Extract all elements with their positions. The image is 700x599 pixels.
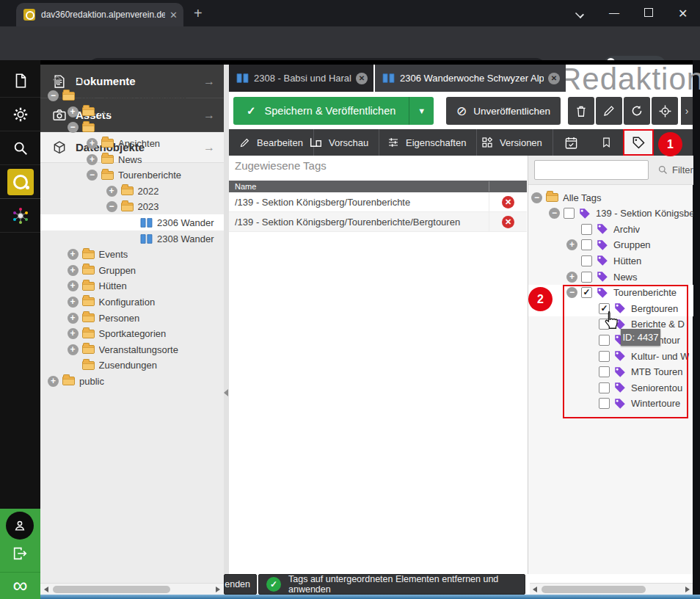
window-close-button[interactable]: ✕ — [678, 7, 688, 21]
rename-button[interactable] — [596, 97, 622, 125]
properties-button[interactable]: Eigenschaften — [377, 129, 477, 156]
save-publish-button[interactable]: ✓ Speichern & Veröffentlichen ▼ — [233, 97, 434, 125]
minus-expander-icon[interactable]: − — [68, 122, 79, 133]
document-tab-2308[interactable]: 2308 - Babsi und Harald ✕ — [229, 65, 373, 92]
tree-item-konfiguration[interactable]: +Konfiguration — [40, 294, 224, 310]
pimcore-infinity-logo[interactable]: ∞ — [0, 573, 40, 598]
tree-item-ansichten[interactable]: +Ansichten — [40, 135, 224, 151]
plus-expander-icon[interactable]: + — [87, 138, 98, 149]
tree-item-personen[interactable]: +Personen — [40, 310, 224, 326]
document-tab-2306[interactable]: 2306 Wanderwoche Schwyzer Alpen ✕ — [375, 65, 566, 92]
new-tab-button[interactable]: + — [194, 6, 203, 21]
dav360-logo-button[interactable] — [0, 166, 40, 199]
plus-expander-icon[interactable]: + — [68, 313, 79, 324]
tagtree-horizontal-scrollbar[interactable] — [530, 583, 693, 595]
tree-item-news[interactable]: +News — [40, 151, 224, 167]
scrollbar-thumb[interactable] — [53, 586, 170, 593]
tree-item-2308-wander[interactable]: 2308 Wander — [40, 230, 224, 247]
tree-item-artikel[interactable]: −Artikel — [40, 120, 224, 136]
logout-button[interactable] — [12, 545, 28, 564]
minus-expander-icon[interactable]: − — [87, 170, 98, 181]
scroll-right-arrow[interactable] — [685, 587, 690, 592]
tree-item-2022[interactable]: +2022 — [40, 183, 224, 199]
tag-tree-item-archiv[interactable]: Archiv — [528, 221, 693, 237]
tree-item-hütten[interactable]: +Hütten — [40, 278, 224, 294]
scroll-left-arrow[interactable] — [44, 587, 48, 592]
grid-column-header[interactable]: Name — [229, 181, 527, 192]
plus-expander-icon[interactable]: + — [68, 328, 79, 339]
checkbox-unchecked[interactable] — [564, 208, 575, 219]
scroll-left-arrow[interactable] — [533, 587, 537, 592]
plus-expander-icon[interactable]: + — [68, 280, 79, 291]
bookmark-button[interactable] — [590, 129, 622, 156]
tree-item-events[interactable]: +Events — [40, 247, 224, 263]
plus-expander-icon[interactable]: + — [68, 106, 79, 117]
plus-expander-icon[interactable]: + — [68, 265, 79, 276]
tree-item-2306-wander[interactable]: 2306 Wander — [40, 214, 224, 230]
tree-item-139-sektion-königsberg[interactable]: −139 - Sektion Königsberg — [40, 88, 224, 104]
tag-tree-item-139-sektion-königsbe[interactable]: −139 - Sektion Königsbe — [528, 206, 693, 222]
user-avatar[interactable] — [6, 512, 34, 540]
apply-tags-button-clipped[interactable]: enden — [224, 574, 257, 595]
plus-expander-icon[interactable]: + — [68, 249, 79, 260]
tag-tree-item-gruppen[interactable]: +Gruppen — [528, 237, 693, 253]
tree-item-public[interactable]: +public — [40, 373, 224, 389]
network-rail-button[interactable] — [0, 200, 40, 233]
checkbox-unchecked[interactable] — [581, 255, 592, 266]
tree-item-gruppen[interactable]: +Gruppen — [40, 262, 224, 278]
close-tab-icon[interactable]: ✕ — [356, 73, 368, 84]
tree-item-anfragen[interactable]: +Anfragen — [40, 104, 224, 120]
scroll-right-arrow[interactable] — [216, 587, 220, 592]
schedule-button[interactable] — [555, 129, 587, 156]
minus-expander-icon[interactable]: − — [48, 90, 59, 101]
checkbox-unchecked[interactable] — [581, 272, 592, 283]
locate-in-tree-button[interactable] — [652, 97, 678, 125]
tag-tree-item-news[interactable]: +News — [528, 269, 693, 285]
minus-expander-icon[interactable]: − — [531, 192, 542, 203]
close-tab-icon[interactable]: ✕ — [548, 73, 560, 84]
window-maximize-button[interactable] — [644, 8, 653, 17]
tree-item-start[interactable]: Start — [40, 72, 224, 88]
delete-button[interactable] — [568, 97, 594, 125]
plus-expander-icon[interactable]: + — [48, 376, 59, 387]
save-dropdown-arrow[interactable]: ▼ — [409, 97, 434, 125]
plus-expander-icon[interactable]: + — [68, 344, 79, 355]
unpublish-button[interactable]: ⊘ Unveröffentlichen — [446, 97, 561, 125]
collapse-panel-icon[interactable] — [224, 389, 228, 396]
plus-expander-icon[interactable]: + — [566, 239, 577, 250]
remove-tag-icon[interactable]: ✕ — [502, 196, 514, 208]
tab-search-chevron-icon[interactable] — [575, 9, 584, 18]
tag-filter-button[interactable]: Filter — [657, 160, 693, 180]
checkbox-unchecked[interactable] — [581, 239, 592, 250]
minus-expander-icon[interactable]: − — [106, 201, 117, 212]
remove-apply-tags-button[interactable]: ✓ Tags auf untergeordneten Elementen ent… — [258, 574, 525, 595]
tag-filter-input[interactable] — [534, 160, 649, 180]
assigned-tag-row[interactable]: /139 - Sektion Königsberg/Tourenberichte… — [229, 192, 527, 212]
plus-expander-icon[interactable]: + — [106, 186, 117, 197]
tree-item-veranstaltungsorte[interactable]: +Veranstaltungsorte — [40, 341, 224, 357]
remove-tag-icon[interactable]: ✕ — [502, 216, 514, 228]
tree-item-2023[interactable]: −2023 — [40, 199, 224, 215]
panel-splitter[interactable] — [224, 65, 229, 595]
tree-item-tourenberichte[interactable]: −Tourenberichte — [40, 167, 224, 184]
plus-expander-icon[interactable]: + — [566, 272, 577, 283]
plus-expander-icon[interactable]: + — [68, 297, 79, 308]
preview-button[interactable]: Vorschau — [299, 129, 379, 156]
checkbox-unchecked[interactable] — [581, 224, 592, 235]
versions-button[interactable]: Versionen — [471, 129, 553, 156]
assigned-tag-row[interactable]: /139 - Sektion Königsberg/Tourenberichte… — [229, 212, 527, 232]
browser-tab[interactable]: dav360redaktion.alpenverein.de ✕ — [16, 3, 183, 26]
tab-close-icon[interactable]: ✕ — [169, 10, 178, 21]
scrollbar-thumb[interactable] — [542, 586, 646, 593]
window-minimize-button[interactable]: — — [609, 7, 619, 18]
tag-tree-item-alle-tags[interactable]: −Alle Tags — [528, 189, 693, 206]
tag-tree-item-hütten[interactable]: Hütten — [528, 253, 693, 269]
plus-expander-icon[interactable]: + — [87, 154, 98, 165]
tree-item-zusendungen[interactable]: Zusendungen — [40, 357, 224, 374]
toolbar-overflow-chevron[interactable]: › — [681, 97, 693, 125]
documents-rail-button[interactable] — [0, 65, 40, 98]
reload-document-button[interactable] — [624, 97, 650, 125]
settings-rail-button[interactable] — [0, 98, 40, 131]
search-rail-button[interactable] — [0, 132, 40, 165]
tree-horizontal-scrollbar[interactable] — [40, 583, 224, 595]
